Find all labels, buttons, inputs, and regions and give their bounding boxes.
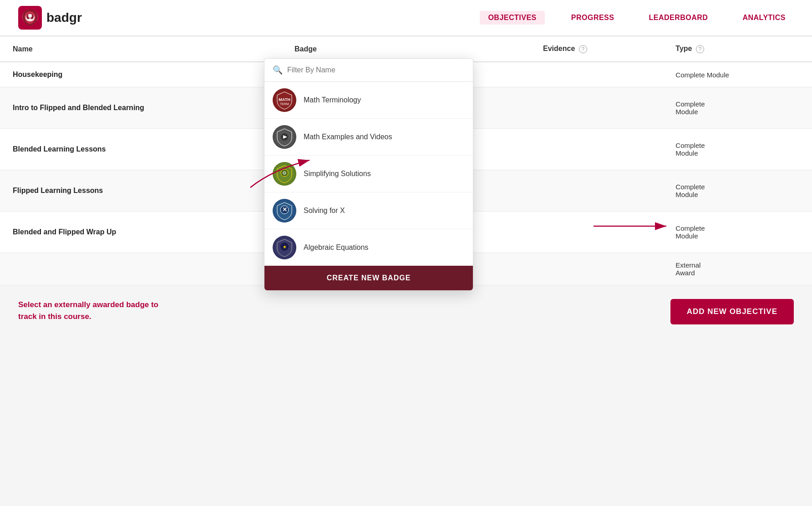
list-item[interactable]: Math Examples and Videos	[264, 119, 473, 156]
nav-analytics[interactable]: ANALYTICS	[734, 11, 794, 25]
evidence-help-icon[interactable]: ?	[579, 45, 587, 53]
nav-objectives[interactable]: OBJECTIVES	[480, 11, 544, 25]
svg-text:✕: ✕	[282, 206, 287, 213]
annotation-text: Select an externally awarded badge to tr…	[18, 299, 164, 322]
type-cell: CompleteModule	[663, 87, 812, 129]
dropdown-item-label: Math Examples and Videos	[304, 133, 392, 141]
dropdown-search-area: 🔍	[264, 59, 473, 82]
annotation-left: Select an externally awarded badge to tr…	[18, 299, 164, 322]
type-help-icon[interactable]: ?	[696, 45, 704, 53]
logo-text: badgr	[46, 10, 82, 25]
col-header-evidence: Evidence ?	[530, 36, 663, 62]
list-item[interactable]: ✕ Solving for X	[264, 192, 473, 229]
row-name: Flipped Learning Lessons	[13, 187, 103, 194]
badge-dropdown-icon: ✕	[273, 199, 296, 223]
evidence-cell	[530, 87, 663, 129]
col-header-type: Type ?	[663, 36, 812, 62]
nav-leaderboard[interactable]: LEADERBOARD	[640, 11, 716, 25]
dropdown-item-label: Math Terminology	[304, 96, 361, 104]
svg-text:MATH: MATH	[279, 97, 290, 102]
main-nav: OBJECTIVES PROGRESS LEADERBOARD ANALYTIC…	[480, 11, 794, 25]
arrow-right-annotation	[589, 213, 680, 240]
row-name: Blended Learning Lessons	[13, 145, 106, 153]
col-header-name: Name	[0, 36, 282, 62]
arrow-left-annotation	[246, 156, 319, 192]
bottom-section: Select an externally awarded badge to tr…	[0, 285, 812, 343]
evidence-cell	[530, 253, 663, 285]
search-icon: 🔍	[273, 65, 283, 75]
row-name: Blended and Flipped Wrap Up	[13, 228, 116, 236]
evidence-cell	[530, 170, 663, 212]
main-content: Name Badge Evidence ? Type ? Housekeepin…	[0, 36, 812, 285]
type-cell: CompleteModule	[663, 212, 812, 253]
badge-dropdown-icon: MATHTERM	[273, 88, 296, 112]
search-input[interactable]	[287, 66, 465, 74]
type-cell: Complete Module	[663, 62, 812, 87]
row-name: Housekeeping	[13, 71, 62, 78]
dropdown-item-label: Algebraic Equations	[304, 243, 368, 252]
evidence-cell	[530, 62, 663, 87]
list-item[interactable]: MATHTERM Math Terminology	[264, 82, 473, 119]
svg-text:TERM: TERM	[280, 102, 289, 106]
svg-point-5	[28, 14, 32, 18]
add-new-objective-button[interactable]: ADD NEW OBJECTIVE	[670, 299, 794, 324]
badge-dropdown-icon: ★	[273, 236, 296, 259]
nav-progress[interactable]: PROGRESS	[563, 11, 623, 25]
list-item[interactable]: ★ Algebraic Equations	[264, 229, 473, 266]
badge-dropdown-icon	[273, 125, 296, 149]
type-cell: CompleteModule	[663, 170, 812, 212]
header: badgr OBJECTIVES PROGRESS LEADERBOARD AN…	[0, 0, 812, 36]
svg-text:★: ★	[283, 244, 287, 249]
logo-area: badgr	[18, 6, 480, 30]
type-cell: ExternalAward	[663, 253, 812, 285]
row-name: Intro to Flipped and Blended Learning	[13, 104, 144, 111]
type-cell: CompleteModule	[663, 129, 812, 170]
evidence-cell	[530, 129, 663, 170]
dropdown-item-label: Solving for X	[304, 207, 345, 215]
badgr-logo-icon	[18, 6, 42, 30]
create-badge-button[interactable]: CREATE NEW BADGE	[264, 266, 473, 290]
